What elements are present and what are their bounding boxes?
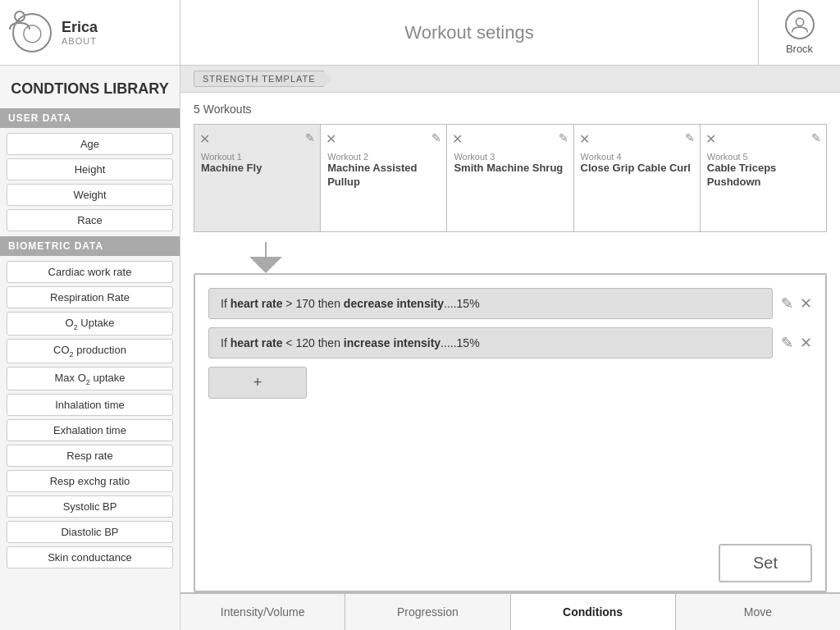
sidebar-item-resp-exchg[interactable]: Resp exchg ratio (7, 470, 173, 492)
right-user-avatar (785, 10, 815, 39)
sidebar-item-o2-uptake[interactable]: O2 Uptake (7, 312, 173, 336)
workout-card-1[interactable]: ✕ ✎ Workout 1 Machine Fly (194, 125, 321, 231)
sidebar-biometric-items: Cardiac work rate Respiration Rate O2 Up… (0, 256, 180, 574)
right-user-name: Brock (786, 43, 813, 55)
user-name: Erica (62, 19, 98, 36)
card-4-icons: ✕ ✎ (579, 131, 695, 147)
condition-1-actions: ✎ ✕ (781, 294, 812, 313)
condition-2-text: If heart rate < 120 then increase intens… (208, 327, 773, 358)
sidebar-item-skin[interactable]: Skin conductance (7, 546, 173, 568)
avatar: ◯ (12, 13, 52, 52)
card-5-delete-icon[interactable]: ✕ (705, 131, 716, 147)
condition-2-keyword1: heart rate (231, 336, 283, 349)
workout-card-3[interactable]: ✕ ✎ Workout 3 Smith Machine Shrug (447, 125, 573, 231)
right-panel: STRENGTH TEMPLATE 5 Workouts ✕ ✎ Workout… (180, 66, 840, 630)
condition-1-keyword1: heart rate (231, 297, 283, 310)
sidebar-item-resp-rate[interactable]: Resp rate (7, 445, 173, 467)
add-condition-button[interactable]: + (208, 367, 307, 399)
card-4-delete-icon[interactable]: ✕ (579, 131, 590, 147)
card-5-label: Workout 5 (705, 152, 750, 162)
conditions-footer: Set (195, 544, 825, 591)
user-icon: ◯ (22, 22, 43, 43)
sidebar: CONDTIONS LIBRARY USER DATA Age Height W… (0, 66, 180, 630)
tab-progression[interactable]: Progression (345, 594, 510, 630)
sidebar-item-cardiac[interactable]: Cardiac work rate (7, 261, 173, 283)
sidebar-item-systolic[interactable]: Systolic BP (7, 495, 173, 518)
workout-area: 5 Workouts ✕ ✎ Workout 1 Machine Fly ✕ ✎… (180, 93, 840, 242)
condition-1-delete-button[interactable]: ✕ (800, 294, 812, 313)
card-2-delete-icon[interactable]: ✕ (326, 131, 336, 147)
right-user-section[interactable]: Brock (758, 0, 840, 65)
sidebar-item-respiration[interactable]: Respiration Rate (7, 286, 173, 308)
card-5-icons: ✕ ✎ (705, 131, 821, 147)
user-profile-section[interactable]: ◯ Erica ABOUT (0, 0, 180, 65)
condition-2-delete-button[interactable]: ✕ (800, 334, 812, 352)
sidebar-item-age[interactable]: Age (7, 133, 173, 155)
sidebar-section-user-data: USER DATA (0, 108, 180, 128)
condition-2-edit-button[interactable]: ✎ (781, 334, 793, 352)
workout-card-5[interactable]: ✕ ✎ Workout 5 Cable Triceps Pushdown (701, 125, 826, 231)
header-center: Workout setings (180, 22, 758, 43)
card-1-name: Machine Fly (199, 162, 263, 176)
breadcrumb[interactable]: STRENGTH TEMPLATE (194, 71, 325, 87)
sidebar-item-diastolic[interactable]: Diastolic BP (7, 521, 173, 543)
card-4-name: Close Grip Cable Curl (579, 162, 692, 176)
tab-bar: Intensity/Volume Progression Conditions … (180, 592, 840, 630)
breadcrumb-bar: STRENGTH TEMPLATE (180, 66, 840, 93)
sidebar-section-biometric: BIOMETRIC DATA (0, 236, 180, 256)
header: ◯ Erica ABOUT Workout setings Brock (0, 0, 840, 66)
card-3-label: Workout 3 (452, 152, 496, 162)
card-1-delete-icon[interactable]: ✕ (199, 131, 210, 147)
tab-intensity-volume[interactable]: Intensity/Volume (180, 594, 345, 630)
card-4-edit-icon[interactable]: ✎ (685, 131, 695, 147)
svg-marker-3 (249, 257, 282, 273)
svg-point-1 (796, 18, 803, 25)
card-1-label: Workout 1 (199, 152, 244, 162)
card-5-edit-icon[interactable]: ✎ (811, 131, 821, 147)
sidebar-item-race[interactable]: Race (7, 209, 173, 231)
avatar-svg (8, 8, 31, 31)
sidebar-item-exhalation[interactable]: Exhalation time (7, 419, 173, 441)
card-4-label: Workout 4 (579, 152, 623, 162)
condition-row-1: If heart rate > 170 then decrease intens… (208, 288, 812, 319)
workout-cards-container: ✕ ✎ Workout 1 Machine Fly ✕ ✎ Workout 2 … (194, 124, 827, 232)
set-button[interactable]: Set (719, 544, 812, 582)
page-title: Workout setings (404, 22, 533, 43)
arrow-down-svg (233, 242, 299, 273)
tab-move[interactable]: Move (676, 594, 840, 630)
condition-1-keyword2: decrease intensity (344, 297, 444, 310)
sidebar-item-inhalation[interactable]: Inhalation time (7, 394, 173, 416)
sidebar-title: CONDTIONS LIBRARY (0, 66, 180, 108)
arrow-container (180, 242, 840, 273)
sidebar-item-height[interactable]: Height (7, 158, 173, 180)
card-1-edit-icon[interactable]: ✎ (305, 131, 315, 147)
card-5-name: Cable Triceps Pushdown (705, 162, 821, 189)
condition-2-actions: ✎ ✕ (781, 334, 812, 352)
card-2-label: Workout 2 (326, 152, 370, 162)
sidebar-item-max-o2[interactable]: Max O2 uptake (7, 367, 173, 391)
condition-1-edit-button[interactable]: ✎ (781, 294, 793, 313)
user-about-label: ABOUT (62, 36, 98, 46)
card-2-edit-icon[interactable]: ✎ (431, 131, 441, 147)
workout-count: 5 Workouts (194, 103, 827, 116)
card-2-name: Machine Assisted Pullup (326, 162, 441, 189)
card-3-icons: ✕ ✎ (452, 131, 568, 147)
card-3-delete-icon[interactable]: ✕ (452, 131, 463, 147)
sidebar-item-weight[interactable]: Weight (7, 184, 173, 206)
workout-card-2[interactable]: ✕ ✎ Workout 2 Machine Assisted Pullup (321, 125, 447, 231)
condition-2-keyword2: increase intensity (344, 336, 441, 349)
condition-1-text: If heart rate > 170 then decrease intens… (208, 288, 773, 319)
condition-row-2: If heart rate < 120 then increase intens… (208, 327, 812, 358)
user-info: Erica ABOUT (62, 19, 98, 46)
breadcrumb-label: STRENGTH TEMPLATE (203, 74, 316, 84)
card-2-icons: ✕ ✎ (326, 131, 441, 147)
sidebar-item-co2[interactable]: CO2 production (7, 339, 173, 363)
sidebar-user-data-items: Age Height Weight Race (0, 128, 180, 236)
workout-card-4[interactable]: ✕ ✎ Workout 4 Close Grip Cable Curl (574, 125, 701, 231)
add-condition-row: + (208, 367, 812, 399)
svg-point-0 (15, 11, 25, 21)
card-3-edit-icon[interactable]: ✎ (559, 131, 568, 147)
card-1-icons: ✕ ✎ (199, 131, 315, 147)
tab-conditions[interactable]: Conditions (511, 594, 676, 630)
conditions-content: If heart rate > 170 then decrease intens… (195, 275, 825, 544)
